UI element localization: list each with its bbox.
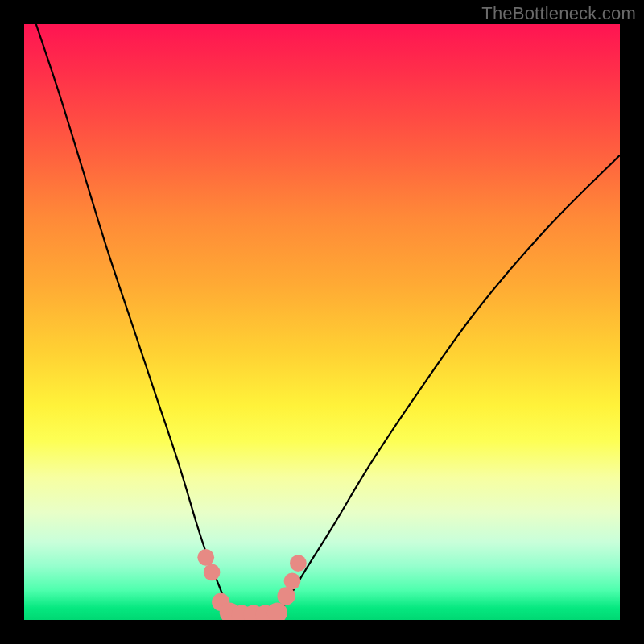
series-right-curve: [275, 155, 620, 620]
marker-point: [290, 555, 307, 572]
marker-group: [197, 549, 306, 620]
chart-frame: TheBottleneck.com: [0, 0, 644, 644]
marker-point: [204, 564, 221, 580]
marker-point: [197, 549, 214, 566]
series-left-curve: [36, 24, 233, 620]
marker-point: [284, 573, 301, 590]
curve-group: [36, 24, 620, 620]
marker-point: [278, 587, 295, 605]
chart-overlay: [24, 24, 620, 620]
watermark-text: TheBottleneck.com: [481, 3, 636, 24]
